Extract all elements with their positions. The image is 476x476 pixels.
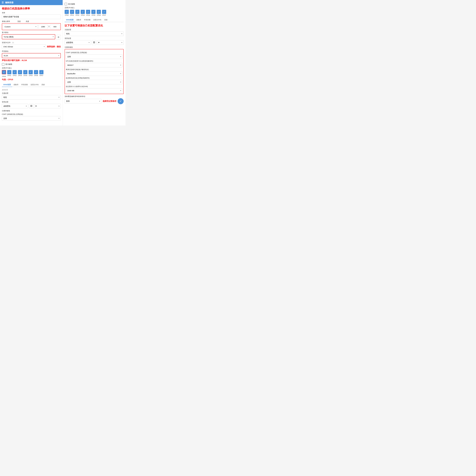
cpu4-label: CPU4 bbox=[23, 75, 27, 76]
show-fps-label: 显示帧数 bbox=[5, 63, 12, 66]
left-bg-select-wrapper: 桌面壁纸 bbox=[2, 104, 28, 108]
right-offscreen-select[interactable]: Backbuffer FBO bbox=[66, 71, 122, 76]
wine-settings-box: CSMT (多线程渲染,启用提速) 启用 禁用 GPU名称(伪装显卡id,改善游… bbox=[65, 49, 124, 94]
cpu3-checkbox[interactable]: ✓ bbox=[18, 70, 22, 74]
right-bg-label: 背景设置 bbox=[65, 37, 124, 39]
left-bg-extra-select[interactable]: ▼ bbox=[35, 104, 61, 108]
left-bg-row: 桌面壁纸 🖼 ▼ bbox=[2, 104, 61, 108]
left-csmt-select[interactable]: 启用 禁用 bbox=[2, 116, 61, 121]
cpu0-checkbox[interactable]: ✓ bbox=[2, 70, 6, 74]
tab-advanced-left[interactable]: 高级 bbox=[40, 83, 46, 87]
name-label: 名称 bbox=[2, 12, 61, 14]
width-input[interactable] bbox=[38, 24, 48, 29]
cpu-item-0: ✓ CPU0 bbox=[2, 70, 6, 77]
header: ☰ 编辑容器 bbox=[0, 0, 63, 5]
right-cpu3-checkbox[interactable]: ✓ bbox=[81, 10, 85, 14]
right-show-fps-label: 显示帧数 bbox=[68, 3, 75, 5]
left-theme-select[interactable]: 明亮 暗黑 bbox=[2, 95, 61, 100]
resolution-select[interactable]: Custom 1920x1080 1280x720 bbox=[3, 24, 38, 29]
right-cpu1-checkbox[interactable]: ✓ bbox=[70, 10, 74, 14]
cpu1-checkbox[interactable]: ✓ bbox=[7, 70, 11, 74]
left-bg-image-button[interactable]: 🖼 bbox=[29, 104, 34, 108]
left-csmt-label: CSMT (多线程渲染,启用提速) bbox=[2, 113, 61, 115]
right-cpu2-checkbox[interactable]: ✓ bbox=[75, 10, 80, 14]
resolution-select-wrapper: Custom 1920x1080 1280x720 bbox=[3, 24, 38, 29]
right-cpu-item-7: ✓ CPU7 bbox=[102, 10, 106, 16]
right-bg-extra-select[interactable]: ▼ bbox=[97, 40, 124, 45]
cursor-row: 禁用 启用 选择完记得保存 ✓ bbox=[65, 98, 124, 104]
right-cpu-label: 启用CPU核心 bbox=[65, 7, 124, 9]
right-cpu6-checkbox[interactable]: ✓ bbox=[97, 10, 101, 14]
cpu6-checkbox[interactable]: ✓ bbox=[34, 70, 38, 74]
right-gpu-name-select[interactable]: 9800GT GTX 750 RX 580 bbox=[66, 63, 122, 68]
right-cpu1-label: CPU1 bbox=[70, 14, 74, 16]
right-cpu-item-4: ✓ CPU4 bbox=[86, 10, 90, 16]
left-bg-label: 背景设置 bbox=[2, 101, 61, 103]
right-cpu2-label: CPU2 bbox=[76, 14, 79, 16]
cpu-item-3: ✓ CPU3 bbox=[18, 70, 22, 77]
left-tabs-row: WINE配置 函数库 环境变量 设置文件夹 高级 bbox=[2, 83, 61, 87]
right-cursor-label: 游标覆盖偏移(影响鼠标移动) bbox=[65, 95, 124, 98]
right-cpu5-label: CPU5 bbox=[92, 14, 95, 16]
right-cursor-select[interactable]: 禁用 启用 bbox=[65, 99, 102, 103]
right-cpu5-checkbox[interactable]: ✓ bbox=[91, 10, 96, 14]
right-cpu7-checkbox[interactable]: ✓ bbox=[102, 10, 106, 14]
right-gpu-name-select-wrapper: 9800GT GTX 750 RX 580 bbox=[66, 63, 122, 68]
right-bg-image-button[interactable]: 🖼 bbox=[92, 40, 96, 45]
save-button[interactable]: ✓ bbox=[118, 98, 124, 104]
show-fps-checkbox[interactable] bbox=[2, 63, 4, 66]
right-csmt-label: CSMT (多线程渲染,启用提速) bbox=[66, 51, 122, 54]
right-shader-select[interactable]: 启用 禁用 bbox=[66, 80, 122, 84]
right-bg-extra-select-wrapper: ▼ bbox=[97, 40, 124, 45]
dx-label: 安装DX文件 (?) bbox=[2, 42, 61, 44]
audio-annotation: 声音出现卡顿可选择：ALSA bbox=[2, 59, 61, 62]
cpu-annotation: 勾选：CPU0 bbox=[2, 78, 61, 81]
annotation-resolution: 根据自己机型选择分辨率 bbox=[2, 7, 61, 10]
resolution-row: Custom 1920x1080 1280x720 X bbox=[2, 23, 61, 30]
cpu7-checkbox[interactable]: ✓ bbox=[39, 70, 43, 74]
cpu4-checkbox[interactable]: ✓ bbox=[23, 70, 27, 74]
right-vram-select-wrapper: 2048 MB 512 MB 1024 MB bbox=[66, 88, 122, 93]
right-show-fps-checkbox[interactable] bbox=[65, 3, 67, 5]
tab-env-right[interactable]: 环境变量 bbox=[83, 18, 92, 22]
right-cpu0-checkbox[interactable]: ✓ bbox=[65, 10, 69, 14]
tab-folder-left[interactable]: 设置文件夹 bbox=[29, 83, 40, 87]
right-cpu4-checkbox[interactable]: ✓ bbox=[86, 10, 90, 14]
right-cpu-item-0: ✓ CPU0 bbox=[65, 10, 69, 16]
right-cpu-item-2: ✓ CPU2 bbox=[75, 10, 80, 16]
right-cpu-item-5: ✓ CPU5 bbox=[91, 10, 96, 16]
name-input[interactable] bbox=[2, 15, 61, 19]
right-theme-select-wrapper: 明亮 暗黑 bbox=[65, 32, 124, 36]
tab-env-left[interactable]: 环境变量 bbox=[20, 83, 29, 87]
right-cursor-select-wrapper: 禁用 启用 bbox=[65, 99, 102, 103]
left-bg-select[interactable]: 桌面壁纸 bbox=[2, 104, 28, 108]
right-offscreen-select-wrapper: Backbuffer FBO bbox=[66, 71, 122, 76]
tab-wine-config-right[interactable]: WINE配置 bbox=[65, 18, 75, 22]
height-input[interactable] bbox=[50, 24, 60, 29]
tab-advanced-right[interactable]: 高级 bbox=[103, 18, 109, 22]
right-gpu-name-label: GPU名称(伪装显卡id,改善游戏兼容性) bbox=[66, 60, 122, 62]
cpu5-checkbox[interactable]: ✓ bbox=[29, 70, 33, 74]
cpu5-label: CPU5 bbox=[29, 75, 33, 76]
audio-select-wrapper: ALSA PulseAudio bbox=[2, 53, 61, 58]
right-csmt-select[interactable]: 启用 禁用 bbox=[66, 54, 122, 59]
x-separator: X bbox=[48, 26, 50, 28]
right-theme-select[interactable]: 明亮 暗黑 bbox=[65, 32, 124, 36]
right-shader-select-wrapper: 启用 禁用 bbox=[66, 80, 122, 84]
right-vram-select[interactable]: 2048 MB 512 MB 1024 MB bbox=[66, 88, 122, 93]
tab-functions-right[interactable]: 函数库 bbox=[75, 18, 83, 22]
menu-icon[interactable]: ☰ bbox=[2, 1, 4, 4]
right-bg-select[interactable]: 桌面壁纸 bbox=[65, 40, 91, 45]
tab-wine-config-left[interactable]: WINE配置 bbox=[2, 83, 12, 87]
cpu2-checkbox[interactable]: ✓ bbox=[13, 70, 17, 74]
right-theme-label: 主题设置 bbox=[65, 29, 124, 31]
gpu-row: Turnip (骁龙) Virgl 软件渲染 ⚙ bbox=[2, 34, 61, 40]
tab-functions-left[interactable]: 函数库 bbox=[12, 83, 20, 87]
cpu-grid: ✓ CPU0 ✓ CPU1 ✓ CPU2 ✓ CPU3 ✓ CPU4 ✓ CPU… bbox=[2, 70, 61, 77]
gpu-select[interactable]: Turnip (骁龙) Virgl 软件渲染 bbox=[2, 34, 55, 39]
dx-select[interactable]: CNC DDraw D3D bbox=[2, 44, 46, 49]
tab-folder-right[interactable]: 设置文件夹 bbox=[92, 18, 103, 22]
audio-select[interactable]: ALSA PulseAudio bbox=[2, 53, 61, 58]
cpu6-label: CPU6 bbox=[34, 75, 38, 76]
gpu-settings-button[interactable]: ⚙ bbox=[56, 35, 61, 39]
